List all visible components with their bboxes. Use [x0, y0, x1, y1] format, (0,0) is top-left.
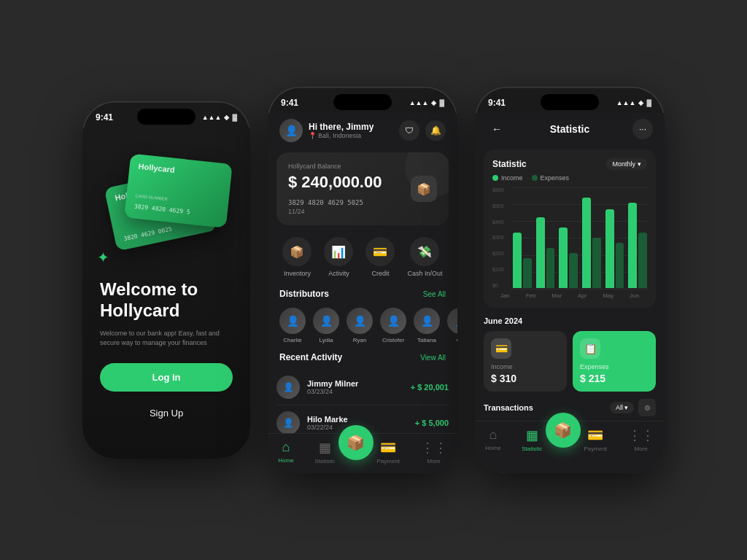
quick-actions: 📦 Inventory 📊 Activity 💳 Credit 💸 Cash I… [268, 230, 457, 284]
home-screen: 👤 Hi there, Jimmy 📍 Bali, Indonesia 🛡 🔔 [268, 113, 457, 473]
statistic-icon: ▦ [319, 440, 331, 456]
battery-icon-2: ▓ [439, 99, 444, 106]
dist-ryan[interactable]: 👤 Ryan [347, 308, 373, 343]
filter-chevron-icon: ▾ [624, 404, 628, 411]
expenses-dot [532, 175, 538, 181]
nav-more-2[interactable]: ⋮⋮ More [421, 440, 447, 464]
bar-apr [582, 187, 601, 288]
bar-jan-expense [523, 258, 532, 288]
monthly-filter[interactable]: Monthly ▾ [606, 158, 647, 170]
status-icons-3: ▲▲▲ ◈ ▓ [616, 99, 651, 106]
activity-header: Recent Activity View All [268, 348, 457, 367]
user-info: 👤 Hi there, Jimmy 📍 Bali, Indonesia [279, 119, 374, 142]
distributors-title: Distributors [279, 289, 329, 299]
activity-title: Recent Activity [279, 352, 342, 362]
bar-feb-expense [546, 248, 555, 288]
dist-avatar-ryan: 👤 [347, 308, 373, 334]
cashinout-icon: 💸 [410, 237, 439, 266]
login-button[interactable]: Log In [100, 363, 233, 392]
bar-jun [628, 187, 647, 288]
nav-payment-2[interactable]: 💳 Payment [376, 440, 400, 464]
activity-avatar-hilo: 👤 [276, 411, 300, 433]
expense-card-icon: 📋 [580, 338, 600, 359]
chart-section: Statistic Monthly ▾ Income Expenses [484, 149, 656, 308]
more-button[interactable]: ··· [632, 119, 653, 139]
income-dot [492, 175, 498, 181]
welcome-subtitle: Welcome to our bank app! Easy, fast and … [100, 329, 233, 349]
expense-card-amount: $ 215 [580, 373, 649, 384]
stat-screen: ← Statistic ··· Statistic Monthly ▾ Inco… [475, 113, 665, 473]
welcome-text-area: Welcome to Hollycard Welcome to our bank… [82, 273, 250, 459]
filter-settings-icon[interactable]: ⚙ [638, 399, 656, 416]
nav-payment-3[interactable]: 💳 Payment [584, 427, 607, 452]
see-all-link[interactable]: See All [423, 290, 446, 298]
signal-icon-2: ▲▲▲ [409, 99, 429, 106]
welcome-screen: Hol 3820 4629 0025 Hollycard CARD NUMBER… [82, 128, 250, 459]
dist-cristofer[interactable]: 👤 Cristofer [380, 308, 406, 343]
battery-icon-3: ▓ [646, 99, 651, 106]
income-card-label: Income [491, 363, 560, 370]
expense-card[interactable]: 📋 Expenses $ 215 [573, 331, 656, 392]
activity-icon: 📊 [324, 237, 353, 266]
user-details: Hi there, Jimmy 📍 Bali, Indonesia [309, 122, 374, 139]
bar-may-expense [616, 243, 624, 288]
nav-more-3[interactable]: ⋮⋮ More [628, 427, 654, 452]
activity-amount-hilo: + $ 5,000 [415, 419, 449, 427]
nav-statistic-3[interactable]: ▦ Statistic [522, 427, 542, 452]
dist-gu[interactable]: 👤 Gu [447, 308, 457, 343]
statistic-icon-3: ▦ [526, 427, 538, 443]
time-3: 9:41 [488, 98, 506, 108]
june-title: June 2024 [484, 316, 656, 325]
card-area: Hol 3820 4629 0025 Hollycard CARD NUMBER… [82, 128, 250, 273]
nav-statistic-2[interactable]: ▦ Statistic [314, 440, 335, 464]
shield-icon-btn[interactable]: 🛡 [399, 120, 419, 141]
back-button[interactable]: ← [487, 119, 507, 139]
dist-lydia[interactable]: 👤 Lydia [313, 308, 339, 343]
battery-icon: ▓ [232, 114, 237, 121]
wifi-icon-2: ◈ [431, 99, 436, 106]
phones-container: 9:41 ▲▲▲ ◈ ▓ Hol 3820 4629 0025 Hollycar… [61, 65, 686, 495]
home-icon-3: ⌂ [489, 427, 498, 443]
status-icons-1: ▲▲▲ ◈ ▓ [202, 114, 237, 121]
bell-icon-btn[interactable]: 🔔 [425, 120, 446, 141]
notch-2 [333, 94, 392, 110]
nav-home-2[interactable]: ⌂ Home [278, 440, 293, 464]
income-card[interactable]: 💳 Income $ 310 [484, 331, 567, 392]
june-cards: 💳 Income $ 310 📋 Expenses $ 215 [484, 331, 656, 392]
bar-mar [559, 187, 578, 288]
bar-may-income [605, 209, 614, 288]
cashinout-label: Cash In/Out [407, 270, 442, 277]
card-expiry: 11/24 [288, 208, 437, 215]
nav-home-3[interactable]: ⌂ Home [485, 427, 500, 452]
chart-title: Statistic [492, 159, 527, 169]
wifi-icon-3: ◈ [638, 99, 643, 106]
stat-header: ← Statistic ··· [475, 113, 665, 145]
bar-apr-income [582, 198, 591, 288]
diamond-icon: ✦ [97, 249, 109, 266]
notch-3 [541, 94, 599, 110]
income-card-icon: 💳 [491, 338, 511, 359]
activity-item-jimmy[interactable]: 👤 Jimmy Milner 03/23/24 + $ 20,001 [276, 370, 449, 405]
activity-avatar-jimmy: 👤 [276, 376, 300, 399]
dist-avatar-lydia: 👤 [313, 308, 339, 334]
home-header: 👤 Hi there, Jimmy 📍 Bali, Indonesia 🛡 🔔 [268, 113, 457, 148]
all-filter-btn[interactable]: All ▾ [610, 402, 634, 413]
phone-welcome: 9:41 ▲▲▲ ◈ ▓ Hol 3820 4629 0025 Hollycar… [82, 101, 250, 459]
phone-statistics: 9:41 ▲▲▲ ◈ ▓ ← Statistic ··· Statistic M… [475, 87, 665, 473]
cashinout-action[interactable]: 💸 Cash In/Out [407, 237, 442, 277]
credit-action[interactable]: 💳 Credit [365, 237, 395, 277]
user-avatar: 👤 [279, 119, 303, 142]
welcome-title: Welcome to Hollycard [100, 279, 233, 322]
signal-icon-3: ▲▲▲ [616, 99, 636, 106]
signup-button[interactable]: Sign Up [100, 399, 233, 427]
bar-jun-income [628, 203, 637, 288]
chart-bars [513, 187, 647, 289]
activity-action[interactable]: 📊 Activity [324, 237, 353, 277]
chart-legend: Income Expenses [492, 174, 647, 182]
home-icon: ⌂ [282, 440, 290, 455]
inventory-action[interactable]: 📦 Inventory [282, 237, 311, 277]
dist-tatiana[interactable]: 👤 Tatiana [414, 308, 440, 343]
view-all-link[interactable]: View All [420, 354, 446, 362]
bar-feb-income [536, 217, 545, 288]
dist-charlie[interactable]: 👤 Charlie [279, 308, 306, 343]
